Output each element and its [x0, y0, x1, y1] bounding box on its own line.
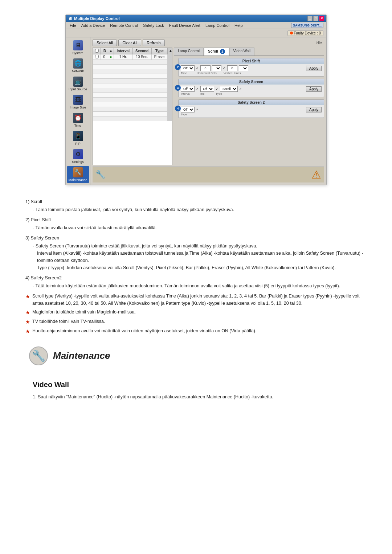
- section3-sub1: - Safety Screen (Turvaruutu) toiminto es…: [25, 242, 367, 250]
- top-controls-left: Select All Clear All Refresh: [93, 40, 165, 46]
- refresh-button[interactable]: Refresh: [143, 40, 165, 46]
- sidebar-item-settings[interactable]: ⚙ Settings: [67, 148, 89, 165]
- pixel-shift-v-input[interactable]: [227, 65, 237, 71]
- safety-screen2-labels: Type: [181, 113, 322, 116]
- sidebar-label-pip: PIP: [75, 142, 81, 145]
- maintenance-bottom-icon: 🔧: [95, 170, 105, 179]
- imagesize-icon: 🖼: [73, 95, 83, 105]
- section1: 1) Scroll - Tämä toiminto poistaa jälkik…: [25, 198, 367, 213]
- section1-sub: - Tämä toiminto poistaa jälkikuvat, joit…: [25, 206, 367, 213]
- label-time-ss: Time: [198, 92, 214, 95]
- scroll-up-button[interactable]: ▲: [168, 48, 172, 121]
- faulty-device-badge: Faulty Device : 0: [287, 30, 323, 36]
- pixel-shift-number: 2: [175, 64, 181, 70]
- menu-file[interactable]: File: [69, 23, 77, 28]
- sidebar-item-time[interactable]: ⏰ Time: [67, 111, 89, 129]
- select-all-button[interactable]: Select All: [93, 40, 117, 46]
- safety-screen-off2-select[interactable]: Off: [200, 86, 214, 92]
- right-panel: Select All Clear All Refresh Idle: [90, 37, 326, 185]
- tab-scroll[interactable]: Scroll 1: [204, 48, 229, 56]
- menu-add-device[interactable]: Add a Device: [80, 23, 106, 28]
- row-dot-0: ●: [108, 54, 114, 59]
- sidebar-label-time: Time: [74, 124, 82, 127]
- maximize-button[interactable]: □: [313, 16, 318, 21]
- controls-panel: Lamp Control Scroll 1 Video Wall 2 Pixel…: [174, 48, 324, 165]
- table-row: [93, 74, 168, 78]
- safety-screen-scroll-select[interactable]: Scroll: [220, 86, 238, 92]
- table-row: [93, 102, 168, 107]
- table-row: [93, 97, 168, 102]
- pixel-shift-h-select[interactable]: [212, 65, 221, 71]
- faulty-device-bar: Faulty Device : 0: [66, 29, 326, 37]
- section3-title: 3) Safety Screen: [25, 234, 367, 242]
- star-text-1: Scroll type (Vieritys) -tyypille voit va…: [32, 292, 367, 307]
- doc-content: 1) Scroll - Tämä toiminto poistaa jälkik…: [22, 198, 370, 401]
- menu-help[interactable]: Help: [233, 23, 244, 28]
- tab-lamp-control[interactable]: Lamp Control: [174, 48, 204, 56]
- pixel-shift-off-select[interactable]: Off: [181, 65, 195, 71]
- list-item: Saat näkyviin "Maintenance" (Huolto) -nä…: [38, 393, 363, 401]
- maintenance-icon: 🔧: [73, 167, 83, 177]
- menu-lamp-control[interactable]: Lamp Control: [204, 23, 230, 28]
- safety-screen2-number: 4: [175, 106, 181, 111]
- sidebar-item-maintenance[interactable]: 🔧 Maintenance: [67, 166, 89, 183]
- table-row: [93, 69, 168, 74]
- safety-screen-controls: Off ✓ Off ✓ Scroll ✓ Apply: [181, 86, 322, 92]
- safety-screen2-apply-button[interactable]: Apply: [306, 107, 322, 112]
- row-id-0: 0: [101, 54, 108, 59]
- label-vlines: Vertical Lines: [224, 71, 245, 75]
- window-controls: _ □ ✕: [307, 16, 324, 21]
- safety-screen2-off-select[interactable]: Off: [181, 107, 195, 112]
- sidebar-item-input[interactable]: 📺 Input Source: [67, 75, 89, 93]
- pixel-shift-h-input[interactable]: [200, 65, 211, 71]
- pixel-shift-title: Pixel Shift: [179, 58, 324, 64]
- pixel-shift-apply-button[interactable]: Apply: [306, 66, 322, 71]
- sidebar-label-input: Input Source: [69, 87, 87, 91]
- row-second-0: 10 Sec.: [132, 54, 151, 59]
- menu-bar: File Add a Device Remote Control Safety …: [66, 22, 326, 29]
- section2: 2) Pixel Shift - Tämän avulla kuvaa voi …: [25, 216, 367, 231]
- safety-screen2-controls: Off ✓ Apply: [181, 107, 322, 112]
- close-button[interactable]: ✕: [319, 16, 324, 21]
- safety-screen-off-select[interactable]: Off: [181, 86, 195, 92]
- select-all-checkbox[interactable]: [95, 49, 99, 53]
- row-checkbox-0[interactable]: [95, 55, 99, 58]
- star-icon-2: ★: [25, 308, 30, 316]
- section2-title: 2) Pixel Shift: [25, 216, 367, 223]
- table-row: [93, 64, 168, 69]
- label-type-ss2: Type: [181, 113, 187, 116]
- table-row: [93, 107, 168, 111]
- star-text-4: Huolto-ohjaustoiminnon avulla voi määrit…: [32, 327, 256, 335]
- pixel-shift-v-select[interactable]: [239, 65, 248, 71]
- system-icon: 🖥: [73, 40, 83, 50]
- sidebar-label-maintenance: Maintenance: [69, 178, 87, 182]
- top-controls: Select All Clear All Refresh Idle: [93, 40, 324, 46]
- menu-remote-control[interactable]: Remote Control: [109, 23, 139, 28]
- label-time: Time: [181, 71, 195, 75]
- section1-title: 1) Scroll: [25, 198, 367, 205]
- safety-screen-apply-button[interactable]: Apply: [306, 86, 322, 92]
- label-type-ss: Type: [216, 92, 232, 95]
- table-row: [93, 59, 168, 64]
- col-header-type: Type: [151, 48, 167, 54]
- star-item-2: ★ MagicInfon tulolähde toimii vain Magic…: [25, 308, 367, 316]
- window-title: Multiple Display Control: [74, 16, 120, 21]
- sidebar-item-imagesize[interactable]: 🖼 Image Size: [67, 93, 89, 111]
- safety-screen-section: 3 Safety Screen Off ✓ Off ✓: [178, 79, 324, 97]
- tab-video-wall[interactable]: Video Wall: [229, 48, 254, 56]
- network-icon: 🌐: [73, 58, 83, 69]
- maintenance-icon-wrap: 🔧: [29, 346, 48, 365]
- section4: 4) Safety Screen2 - Tätä toimintoa käyte…: [25, 274, 367, 290]
- warning-icon: ⚠: [311, 168, 321, 181]
- menu-safety-lock[interactable]: Safety Lock: [142, 23, 165, 28]
- sidebar-item-system[interactable]: 🖥 System: [67, 39, 89, 56]
- menu-fault-device[interactable]: Fault Device Alert: [168, 23, 201, 28]
- minimize-button[interactable]: _: [307, 16, 313, 21]
- clear-all-button[interactable]: Clear All: [118, 40, 141, 46]
- content-split: ID ● Interval Second Type 0: [93, 48, 324, 165]
- star-icon-4: ★: [25, 327, 30, 335]
- sidebar-item-network[interactable]: 🌐 Network: [67, 57, 89, 74]
- sidebar-item-pip[interactable]: 📱 PIP: [67, 130, 89, 147]
- menu-items: File Add a Device Remote Control Safety …: [69, 23, 244, 28]
- star-icon-1: ★: [25, 292, 30, 300]
